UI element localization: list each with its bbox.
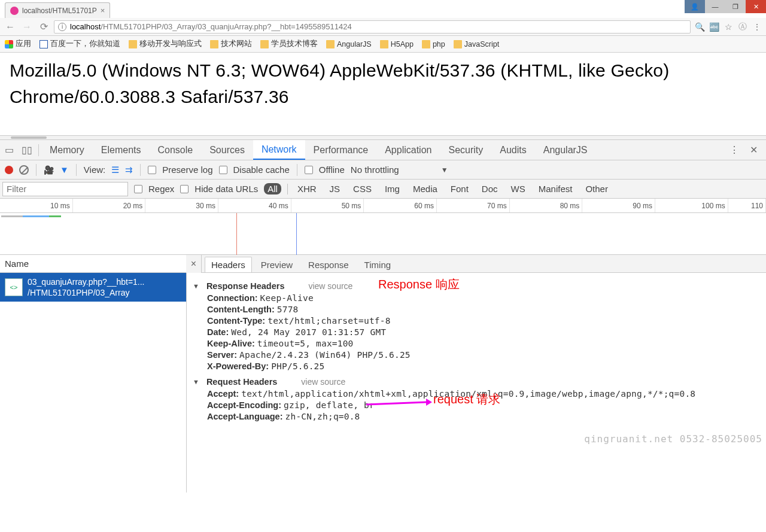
filter-type-doc[interactable]: Doc: [478, 183, 501, 194]
request-row[interactable]: <> 03_quanjuArray.php?__hbt=1... /HTML51…: [0, 273, 186, 302]
tab-sources[interactable]: Sources: [201, 140, 253, 160]
filter-input[interactable]: [2, 182, 128, 196]
view-label: View:: [84, 165, 105, 175]
browser-tab[interactable]: localhost/HTML51701P ×: [5, 2, 110, 18]
tab-headers[interactable]: Headers: [205, 257, 252, 272]
collapse-icon[interactable]: ▼: [193, 378, 199, 385]
annotation-response: Response 响应: [378, 276, 460, 293]
folder-icon: [260, 40, 269, 48]
clear-button[interactable]: [19, 165, 29, 175]
tab-angularjs[interactable]: AngularJS: [535, 140, 596, 160]
menu-icon[interactable]: ⋮: [752, 22, 762, 32]
timeline-ruler: 10 ms 20 ms 30 ms 40 ms 50 ms 60 ms 70 m…: [0, 199, 766, 213]
reload-button[interactable]: ⟳: [37, 20, 50, 34]
tab-security[interactable]: Security: [440, 140, 491, 160]
throttling-select[interactable]: No throttling: [351, 165, 399, 175]
tab-preview[interactable]: Preview: [254, 257, 299, 272]
bookmark-item[interactable]: php: [422, 40, 445, 48]
network-filter-bar: Regex Hide data URLs All XHR JS CSS Img …: [0, 180, 766, 199]
tab-application[interactable]: Application: [376, 140, 440, 160]
arrow-annotation: [366, 399, 432, 411]
site-info-icon[interactable]: i: [58, 23, 66, 31]
preserve-log-label: Preserve log: [162, 165, 212, 175]
tab-elements[interactable]: Elements: [93, 140, 150, 160]
record-button[interactable]: [5, 166, 13, 174]
star-icon[interactable]: ☆: [723, 22, 734, 32]
name-column-header[interactable]: Name: [0, 255, 186, 273]
view-source-link[interactable]: view source: [308, 281, 352, 291]
filter-type-img[interactable]: Img: [381, 183, 403, 194]
view-source-link[interactable]: view source: [301, 377, 345, 387]
tab-performance[interactable]: Performance: [305, 140, 377, 160]
forward-button[interactable]: →: [20, 20, 34, 34]
filter-type-other[interactable]: Other: [582, 183, 612, 194]
regex-checkbox[interactable]: [134, 185, 142, 193]
response-headers-section[interactable]: ▼ Response Headers view source: [193, 281, 760, 291]
bookmark-item[interactable]: JavaScript: [454, 40, 499, 48]
filter-type-js[interactable]: JS: [326, 183, 344, 194]
bookmark-item[interactable]: 学员技术博客: [260, 39, 318, 49]
view-frame-icon[interactable]: ⇉: [125, 165, 133, 175]
close-icon[interactable]: ×: [101, 6, 105, 15]
page-content: Mozilla/5.0 (Windows NT 6.3; WOW64) Appl…: [0, 53, 766, 135]
translate-icon[interactable]: 🔤: [709, 22, 719, 32]
view-list-icon[interactable]: ☰: [111, 165, 119, 175]
folder-icon: [422, 40, 430, 48]
bookmark-item[interactable]: 技术网站: [210, 39, 252, 49]
filter-type-all[interactable]: All: [264, 183, 281, 194]
screenshot-icon[interactable]: 🎥: [44, 165, 54, 175]
headers-content[interactable]: ▼ Response Headers view source Response …: [187, 273, 766, 493]
close-detail-button[interactable]: ×: [186, 255, 202, 273]
bookmark-item[interactable]: 百度一下，你就知道: [39, 39, 120, 49]
apps-shortcut[interactable]: 应用: [5, 39, 31, 49]
folder-icon: [380, 40, 388, 48]
filter-type-manifest[interactable]: Manifest: [535, 183, 576, 194]
hide-data-urls-checkbox[interactable]: [180, 185, 189, 193]
tab-timing[interactable]: Timing: [358, 257, 397, 272]
request-detail-pane: × Headers Preview Response Timing ▼ Resp…: [187, 255, 766, 493]
collapse-icon[interactable]: ▼: [193, 282, 199, 290]
preserve-log-checkbox[interactable]: [148, 166, 156, 174]
filter-type-font[interactable]: Font: [447, 183, 472, 194]
disable-cache-checkbox[interactable]: [219, 166, 227, 174]
window-titlebar: localhost/HTML51701P × 👤 — ❐ ✕: [0, 0, 766, 18]
filter-type-media[interactable]: Media: [409, 183, 441, 194]
more-icon[interactable]: ⋮: [729, 144, 739, 156]
tab-console[interactable]: Console: [149, 140, 201, 160]
bookmark-item[interactable]: AngularJS: [326, 40, 372, 48]
offline-label: Offline: [319, 165, 345, 175]
file-icon: <>: [5, 278, 23, 296]
hide-data-urls-label: Hide data URLs: [194, 184, 258, 194]
tab-network[interactable]: Network: [253, 140, 305, 160]
window-close-button[interactable]: ✕: [746, 0, 766, 13]
tab-memory[interactable]: Memory: [41, 140, 93, 160]
minimize-button[interactable]: —: [705, 0, 725, 13]
devtools-tabstrip: ▭ ▯▯ Memory Elements Console Sources Net…: [0, 140, 766, 160]
tab-favicon: [10, 7, 19, 15]
chevron-down-icon[interactable]: ▼: [441, 166, 448, 174]
devtools-resizer[interactable]: [0, 135, 766, 140]
filter-type-xhr[interactable]: XHR: [294, 183, 320, 194]
network-toolbar: 🎥 ▼ View: ☰ ⇉ Preserve log Disable cache…: [0, 160, 766, 180]
offline-checkbox[interactable]: [305, 166, 313, 174]
tab-audits[interactable]: Audits: [491, 140, 534, 160]
bookmark-item[interactable]: H5App: [380, 40, 414, 48]
device-toggle-icon[interactable]: ▯▯: [18, 144, 36, 156]
devtools-close-icon[interactable]: ✕: [750, 144, 758, 156]
filter-toggle-icon[interactable]: ▼: [60, 165, 69, 175]
url-input[interactable]: i localhost/HTML51701PHP/03_Array/03_qua…: [54, 20, 691, 34]
inspect-icon[interactable]: ▭: [0, 144, 18, 156]
maximize-button[interactable]: ❐: [725, 0, 746, 13]
back-button[interactable]: ←: [4, 20, 17, 34]
request-headers-section[interactable]: ▼ Request Headers view source: [193, 377, 760, 387]
user-icon[interactable]: 👤: [685, 0, 705, 13]
address-bar: ← → ⟳ i localhost/HTML51701PHP/03_Array/…: [0, 18, 766, 36]
extension-icon[interactable]: Ⓐ: [737, 22, 748, 32]
bookmarks-bar: 应用 百度一下，你就知道 移动开发与响应式 技术网站 学员技术博客 Angula…: [0, 36, 766, 53]
bookmark-item[interactable]: 移动开发与响应式: [129, 39, 202, 49]
tab-response[interactable]: Response: [302, 257, 355, 272]
filter-type-css[interactable]: CSS: [349, 183, 375, 194]
zoom-icon[interactable]: 🔍: [694, 22, 705, 32]
filter-type-ws[interactable]: WS: [507, 183, 529, 194]
timeline-waterfall[interactable]: [0, 213, 766, 255]
